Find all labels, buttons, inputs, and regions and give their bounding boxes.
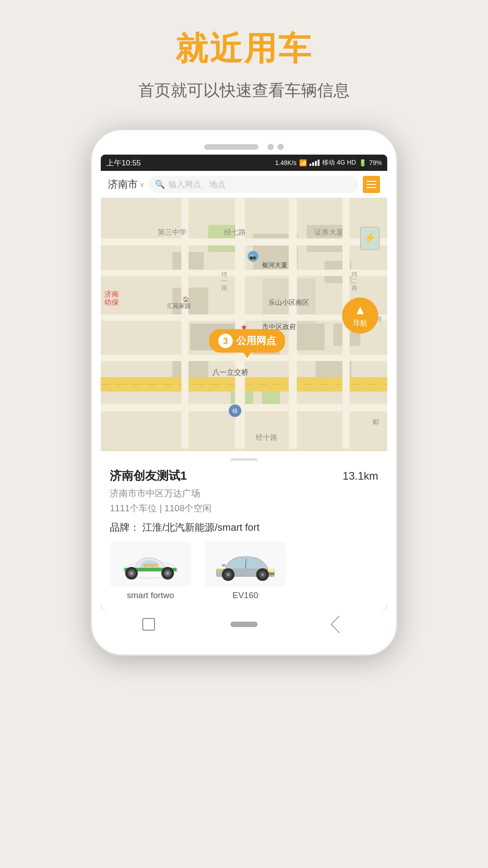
cluster-count: 3	[218, 334, 233, 348]
car-name-smart: smart fortwo	[127, 590, 174, 600]
svg-text:路: 路	[221, 284, 227, 291]
ev160-svg	[209, 545, 282, 584]
status-network: 移动 4G HD	[322, 159, 356, 167]
back-icon	[331, 615, 349, 633]
app-header: 济南市 ∨ 🔍 输入网点、地点	[101, 171, 387, 198]
svg-rect-67	[268, 572, 274, 575]
city-selector[interactable]: 济南市 ∨	[108, 178, 144, 191]
car-image-ev160	[205, 542, 286, 587]
svg-text:路: 路	[352, 284, 357, 291]
station-brand: 品牌： 江淮/北汽新能源/smart fort	[110, 521, 259, 534]
svg-text:二: 二	[352, 278, 357, 284]
svg-rect-9	[173, 288, 208, 314]
phone-bottom-bar	[101, 609, 387, 641]
car-list: smart smart fortwo	[110, 542, 378, 600]
svg-rect-66	[216, 569, 223, 572]
station-name: 济南创友测试1	[110, 468, 259, 484]
car-name-ev160: EV160	[232, 590, 258, 600]
menu-line-3	[366, 187, 376, 188]
status-battery: 79%	[369, 159, 382, 166]
recent-apps-icon	[142, 618, 155, 631]
panel-handle	[230, 458, 258, 461]
phone-back-button[interactable]	[326, 617, 353, 632]
map-area[interactable]: 经七路 第三中学 证券大厦 经十路 八一立交桥 ⚡ 🏠 汇苑家园 📷 银河大厦 …	[101, 198, 387, 451]
status-speed: 1.48K/s	[275, 159, 296, 166]
svg-point-58	[130, 572, 133, 575]
search-icon: 🔍	[155, 179, 165, 189]
svg-point-61	[166, 572, 169, 575]
home-button-pill	[230, 622, 258, 627]
signal-bar-4	[318, 160, 319, 166]
nav-button-label: 导航	[353, 319, 367, 328]
status-right: 1.48K/s 📶 移动 4G HD 🔋 79%	[275, 159, 382, 167]
svg-text:证券大厦: 证券大厦	[314, 228, 343, 236]
menu-button[interactable]	[363, 176, 380, 193]
svg-text:邮: 邮	[373, 418, 379, 425]
svg-text:银河大厦: 银河大厦	[262, 261, 287, 269]
city-name: 济南市	[108, 178, 138, 191]
svg-rect-26	[101, 404, 387, 411]
cluster-label: 公用网点	[236, 334, 276, 348]
menu-line-1	[366, 181, 376, 182]
svg-text:移: 移	[232, 408, 238, 415]
car-image-smart: smart	[110, 542, 191, 587]
cluster-marker[interactable]: 3 公用网点	[209, 329, 285, 353]
svg-text:汇苑家园: 汇苑家园	[167, 302, 191, 309]
svg-rect-74	[222, 564, 225, 566]
smart-fortwo-svg: smart	[114, 545, 187, 584]
svg-text:纬: 纬	[352, 271, 357, 278]
search-bar[interactable]: 🔍 输入网点、地点	[149, 176, 358, 193]
svg-text:第三中学: 第三中学	[158, 228, 187, 236]
svg-text:smart: smart	[143, 562, 158, 568]
page-title: 就近用车	[175, 27, 313, 71]
phone-dot-2	[277, 144, 284, 150]
svg-text:幼保: 幼保	[104, 298, 119, 306]
phone-top-bar	[101, 144, 387, 150]
svg-text:⚡: ⚡	[364, 231, 376, 244]
svg-rect-65	[268, 569, 274, 572]
car-item-ev160[interactable]: EV160	[205, 542, 286, 600]
station-spots: 1111个车位 | 1108个空闲	[110, 502, 259, 514]
svg-rect-23	[101, 270, 387, 276]
page-subtitle: 首页就可以快速查看车辆信息	[138, 80, 350, 102]
signal-bar-1	[310, 164, 311, 166]
brand-label: 品牌：	[110, 522, 140, 533]
menu-line-2	[366, 184, 376, 185]
svg-text:一: 一	[221, 278, 227, 284]
svg-text:济南: 济南	[104, 290, 119, 298]
svg-text:纬: 纬	[221, 271, 227, 278]
svg-text:📷: 📷	[249, 253, 256, 260]
status-bar: 上午10:55 1.48K/s 📶 移动 4G HD 🔋 79%	[101, 155, 387, 171]
brand-value: 江淮/北汽新能源/smart fort	[142, 522, 259, 533]
station-address: 济南市市中区万达广场	[110, 487, 259, 500]
bottom-panel: 济南创友测试1 济南市市中区万达广场 1111个车位 | 1108个空闲 品牌：…	[101, 451, 387, 609]
nav-button[interactable]: ▲ 导航	[342, 297, 378, 334]
car-item-smart[interactable]: smart smart fortwo	[110, 542, 191, 600]
svg-point-70	[227, 573, 230, 576]
svg-text:🏠: 🏠	[183, 296, 189, 302]
phone-mockup: 上午10:55 1.48K/s 📶 移动 4G HD 🔋 79% 济南市 ∨	[90, 129, 398, 656]
status-time: 上午10:55	[106, 158, 141, 168]
phone-cameras	[267, 144, 284, 150]
svg-text:八一立交桥: 八一立交桥	[212, 368, 249, 376]
svg-point-73	[261, 573, 264, 576]
signal-bar-2	[312, 162, 314, 166]
phone-speaker	[204, 144, 258, 150]
chevron-down-icon: ∨	[140, 181, 144, 188]
svg-text:经七路: 经七路	[224, 228, 246, 236]
nav-arrow-icon: ▲	[354, 303, 366, 317]
signal-bar-3	[315, 161, 317, 166]
svg-text:经十路: 经十路	[256, 434, 277, 441]
svg-text:乐山小区南区: 乐山小区南区	[268, 299, 309, 306]
phone-home-button[interactable]	[230, 617, 258, 632]
phone-dot-1	[267, 144, 274, 150]
distance-text: 13.1km	[343, 468, 378, 482]
wifi-icon: 📶	[299, 159, 307, 166]
battery-icon: 🔋	[359, 159, 366, 166]
svg-rect-22	[101, 238, 387, 245]
phone-screen: 上午10:55 1.48K/s 📶 移动 4G HD 🔋 79% 济南市 ∨	[101, 155, 387, 609]
search-placeholder-text: 输入网点、地点	[169, 179, 225, 190]
signal-bars	[310, 160, 319, 166]
phone-recent-button[interactable]	[135, 617, 162, 632]
